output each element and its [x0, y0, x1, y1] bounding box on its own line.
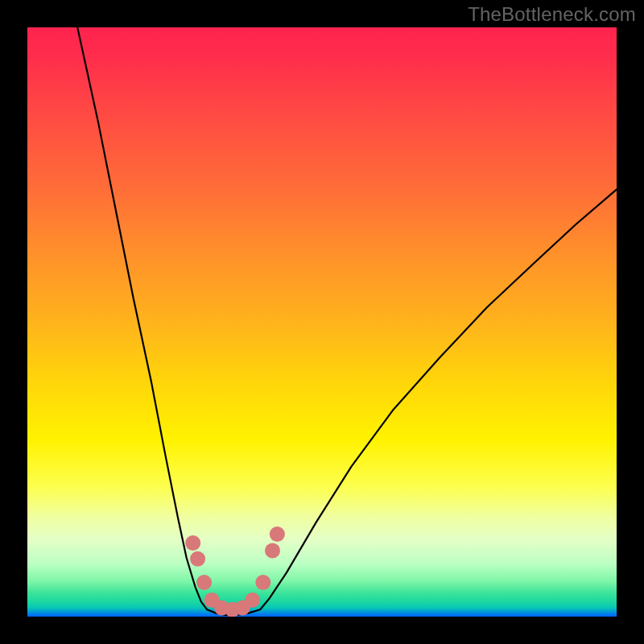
- curve-marker: [190, 551, 205, 567]
- curve-marker: [196, 575, 212, 590]
- watermark-text: TheBottleneck.com: [468, 3, 636, 26]
- marker-group: [185, 526, 285, 617]
- curve-marker: [185, 535, 200, 551]
- curve-marker: [245, 592, 260, 608]
- curve-marker: [255, 575, 270, 590]
- curve-marker: [265, 543, 280, 559]
- curve-marker: [270, 526, 285, 542]
- plot-area: [27, 27, 617, 617]
- chart-frame: TheBottleneck.com: [0, 0, 644, 644]
- curve-layer: [27, 27, 617, 617]
- bottleneck-curve: [77, 27, 617, 615]
